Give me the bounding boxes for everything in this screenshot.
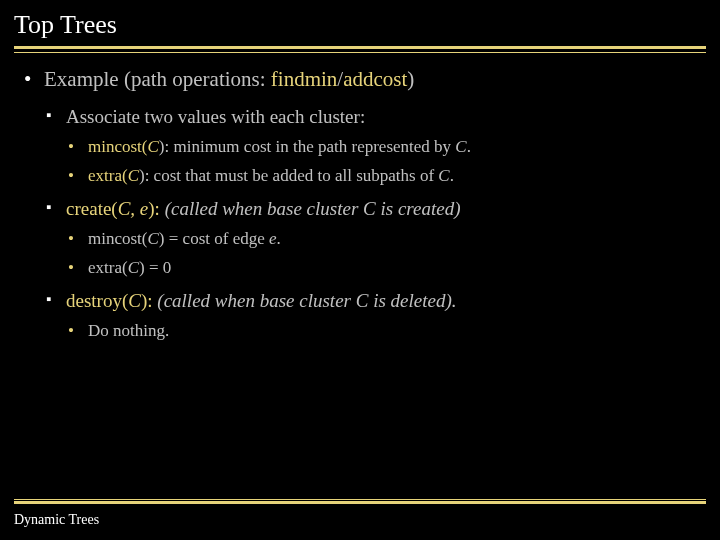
slide-title: Top Trees: [14, 10, 706, 46]
extra-def: extra(C): cost that must be added to all…: [66, 165, 706, 188]
footer-rule-thick: [14, 501, 706, 504]
extra-label: extra(: [88, 166, 128, 185]
create-desc: (called when base cluster C is created): [160, 198, 461, 219]
create-label: create(: [66, 198, 118, 219]
create-item: create(C, e): (called when base cluster …: [44, 198, 706, 280]
destroy-var: C: [128, 290, 141, 311]
bullet-lvl1: Example (path operations: findmin/addcos…: [22, 67, 706, 343]
extra-desc: ): cost that must be added to all subpat…: [139, 166, 438, 185]
extra-dot: .: [450, 166, 454, 185]
cs1b: C: [148, 229, 159, 248]
cs2b: C: [128, 258, 139, 277]
destroy-desc: (called when base cluster C is deleted).: [153, 290, 457, 311]
close-paren: ): [407, 67, 414, 91]
cs2a: extra(: [88, 258, 128, 277]
cs1e: .: [277, 229, 281, 248]
cs1d: e: [269, 229, 277, 248]
title-rule-thick: [14, 46, 706, 49]
mincost-def: mincost(C): minimum cost in the path rep…: [66, 136, 706, 159]
example-prefix: Example (path operations:: [44, 67, 271, 91]
cs1c: ) = cost of edge: [159, 229, 269, 248]
title-rule-thin: [14, 52, 706, 53]
extra-var: C: [128, 166, 139, 185]
destroy-sub-text: Do nothing.: [88, 321, 169, 340]
bullet-lvl3-b: mincost(C) = cost of edge e. extra(C) = …: [66, 228, 706, 280]
bullet-lvl3-a: mincost(C): minimum cost in the path rep…: [66, 136, 706, 188]
create-sub2: extra(C) = 0: [66, 257, 706, 280]
cs1a: mincost(: [88, 229, 148, 248]
addcost-text: addcost: [343, 67, 407, 91]
mincost-dot: .: [467, 137, 471, 156]
footer-text: Dynamic Trees: [14, 512, 99, 528]
cs2c: ) = 0: [139, 258, 171, 277]
mincost-var: C: [148, 137, 159, 156]
assoc-item: Associate two values with each cluster: …: [44, 106, 706, 188]
mincost-var2: C: [455, 137, 466, 156]
destroy-item: destroy(C): (called when base cluster C …: [44, 290, 706, 343]
create-close: ):: [148, 198, 160, 219]
mincost-label: mincost(: [88, 137, 148, 156]
findmin-text: findmin: [271, 67, 338, 91]
destroy-close: ):: [141, 290, 153, 311]
destroy-label: destroy(: [66, 290, 128, 311]
destroy-sub: Do nothing.: [66, 320, 706, 343]
bullet-lvl2: Associate two values with each cluster: …: [44, 106, 706, 343]
assoc-text: Associate two values with each cluster:: [66, 106, 365, 127]
slide: Top Trees Example (path operations: find…: [0, 0, 720, 540]
mincost-desc: ): minimum cost in the path represented …: [159, 137, 456, 156]
create-vars: C, e: [118, 198, 149, 219]
footer-rule-thin: [14, 499, 706, 500]
create-sub1: mincost(C) = cost of edge e.: [66, 228, 706, 251]
example-item: Example (path operations: findmin/addcos…: [22, 67, 706, 343]
content-area: Example (path operations: findmin/addcos…: [14, 67, 706, 343]
bullet-lvl3-c: Do nothing.: [66, 320, 706, 343]
extra-var2: C: [438, 166, 449, 185]
